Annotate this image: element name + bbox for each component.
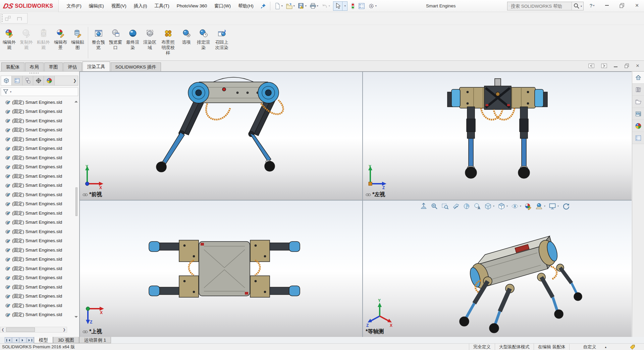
menu-item[interactable]: 工具(T): [151, 0, 173, 12]
hscroll-track[interactable]: [5, 327, 62, 332]
menu-item[interactable]: 文件(F): [63, 0, 85, 12]
preview-window-button[interactable]: 预览窗口: [107, 27, 124, 50]
tree-item[interactable]: (固定) Smart Engines.sld: [1, 292, 74, 301]
save-icon[interactable]: ▾: [297, 2, 308, 10]
integrated-preview-button[interactable]: 整合预览: [90, 27, 107, 50]
tree-item[interactable]: (固定) Smart Engines.sld: [1, 172, 74, 181]
tab-render-tools[interactable]: 渲染工具: [83, 61, 110, 71]
stoplight-icon[interactable]: [350, 2, 356, 10]
menu-item[interactable]: 视图(V): [108, 0, 130, 12]
tab-solidworks-addins[interactable]: SOLIDWORKS 插件: [111, 62, 161, 71]
prev-tab-icon[interactable]: [12, 337, 19, 343]
tree-item[interactable]: (固定) Smart Engines.sld: [1, 218, 74, 227]
next-tab-icon[interactable]: [19, 337, 26, 343]
custom-properties-icon[interactable]: [632, 132, 644, 144]
tree-item[interactable]: (固定) Smart Engines.sld: [1, 282, 74, 292]
toolbar-grip[interactable]: [2, 14, 3, 22]
filter-funnel-icon[interactable]: [3, 89, 9, 95]
tree-item[interactable]: (固定) Smart Engines.sld: [1, 190, 74, 200]
custom-status[interactable]: 自定义 ▴: [569, 344, 610, 350]
viewport-left[interactable]: Y Z *左视: [363, 72, 632, 200]
tab-sketch[interactable]: 草图: [44, 62, 63, 71]
menu-item[interactable]: 编辑(E): [85, 0, 108, 12]
tab-motion-study[interactable]: 运动算例 1: [79, 337, 111, 343]
schedule-render-button[interactable]: 排定渲染: [195, 27, 212, 50]
tree-item[interactable]: (固定) Smart Engines.sld: [1, 209, 74, 218]
viewport-front[interactable]: Y X *前视: [80, 72, 362, 200]
tree-item[interactable]: (固定) Smart Engines.sld: [1, 135, 74, 144]
pane-previous-icon[interactable]: [588, 63, 594, 69]
edit-scene-button[interactable]: 编辑布景: [52, 27, 69, 50]
pin-icon[interactable]: [259, 2, 267, 10]
tree-item[interactable]: (固定) Smart Engines.sld: [1, 236, 74, 246]
home-icon[interactable]: [632, 72, 644, 84]
tree-item[interactable]: (固定) Smart Engines.sld: [1, 153, 74, 163]
design-library-icon[interactable]: [632, 84, 644, 96]
viewport-minimize-icon[interactable]: [614, 63, 618, 68]
first-tab-icon[interactable]: [5, 337, 12, 343]
tree-item[interactable]: (固定) Smart Engines.sld: [1, 126, 74, 135]
panel-grip[interactable]: [30, 73, 40, 74]
tree-horizontal-scrollbar[interactable]: ❮ ❯: [0, 327, 67, 333]
close-icon[interactable]: ×: [633, 1, 641, 9]
filter-dropdown-icon[interactable]: ▾: [10, 90, 11, 93]
tree-item[interactable]: (固定) Smart Engines.sld: [1, 301, 74, 310]
open-icon[interactable]: ▾: [285, 2, 296, 10]
menu-item[interactable]: PhotoView 360: [173, 1, 211, 11]
search-box[interactable]: ? ▾: [507, 2, 584, 10]
pane-next-icon[interactable]: [601, 63, 607, 69]
tab-layout[interactable]: 布局: [25, 62, 44, 71]
viewport-top[interactable]: X Z *上视: [80, 201, 362, 337]
viewport-close-icon[interactable]: ×: [636, 63, 639, 69]
tree-item[interactable]: (固定) Smart Engines.sld: [1, 264, 74, 273]
scene-illumination-proof-button[interactable]: 布景照明度校样: [158, 27, 178, 56]
print-icon[interactable]: ▾: [309, 2, 319, 10]
edit-appearance-button[interactable]: 编辑外观: [1, 27, 18, 50]
tree-scrollbar-thumb[interactable]: [75, 187, 77, 216]
dimxpert-manager-tab[interactable]: [33, 76, 44, 85]
final-render-button[interactable]: 最终渲染: [124, 27, 141, 50]
select-cursor-dropdown[interactable]: ▾: [342, 2, 347, 10]
tree-item[interactable]: (固定) Smart Engines.sld: [1, 107, 74, 117]
tree-item[interactable]: (固定) Smart Engines.sld: [1, 98, 74, 107]
edit-decal-button[interactable]: 编辑贴图: [69, 27, 86, 50]
hscroll-thumb[interactable]: [6, 327, 35, 332]
viewport-restore-icon[interactable]: [624, 63, 629, 68]
tree-item[interactable]: (固定) Smart Engines.sld: [1, 246, 74, 255]
tree-item[interactable]: (固定) Smart Engines.sld: [1, 227, 74, 236]
settings-gear-icon[interactable]: ▾: [367, 2, 378, 10]
menu-item[interactable]: 帮助(H): [234, 0, 257, 12]
tree-item[interactable]: (固定) Smart Engines.sld: [1, 181, 74, 190]
tree-item[interactable]: (固定) Smart Engines.sld: [1, 200, 74, 209]
property-manager-tab[interactable]: [12, 76, 22, 85]
viewport-isometric[interactable]: A ▾ ▾ ▾ ▾ ▾: [363, 201, 632, 337]
minimize-icon[interactable]: [603, 1, 611, 9]
tag-icon[interactable]: [630, 344, 635, 349]
select-cursor-button[interactable]: ▾: [333, 1, 347, 11]
command-list-icon[interactable]: [357, 2, 366, 10]
hscroll-right-icon[interactable]: ❯: [62, 327, 67, 332]
search-magnifier-icon[interactable]: ▾: [572, 2, 583, 10]
tree-item[interactable]: (固定) Smart Engines.sld: [1, 273, 74, 283]
menu-item[interactable]: 窗口(W): [211, 0, 234, 12]
tree-item[interactable]: (固定) Smart Engines.sld: [1, 116, 74, 126]
tree-scroll-down-icon[interactable]: [74, 316, 78, 319]
tab-model[interactable]: 模型: [34, 337, 53, 343]
render-options-button[interactable]: 选项: [178, 27, 195, 45]
tree-item[interactable]: (固定) Smart Engines.sld: [1, 163, 74, 172]
search-input[interactable]: [509, 4, 572, 9]
tree-scroll-up-icon[interactable]: [74, 99, 78, 102]
appearances-scenes-icon[interactable]: [632, 120, 644, 132]
last-tab-icon[interactable]: [27, 337, 34, 343]
tree-item[interactable]: (固定) Smart Engines.sld: [1, 310, 74, 320]
tree-item[interactable]: (固定) Smart Engines.sld: [1, 144, 74, 154]
configuration-manager-tab[interactable]: [22, 76, 33, 85]
view-palette-icon[interactable]: [632, 108, 644, 120]
help-icon[interactable]: ?▾: [588, 1, 596, 9]
hscroll-left-icon[interactable]: ❮: [0, 327, 5, 332]
display-manager-tab[interactable]: [44, 76, 55, 85]
new-document-icon[interactable]: ▾: [273, 2, 284, 10]
tree-item[interactable]: (固定) Smart Engines.sld: [1, 255, 74, 264]
feature-manager-tab[interactable]: [1, 76, 12, 85]
custom-expand-icon[interactable]: ▴: [605, 345, 606, 349]
